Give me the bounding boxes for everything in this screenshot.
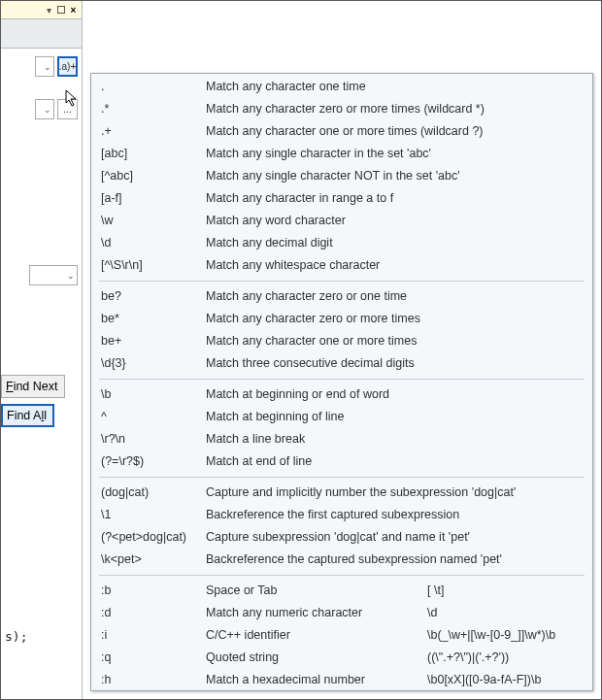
regex-description: Match any whitespace character [206, 256, 583, 275]
find-all-label: Find All [7, 409, 47, 422]
regex-menu-item[interactable]: .*Match any character zero or more times… [91, 98, 592, 120]
regex-description: Match any character one or more times [206, 332, 583, 350]
close-icon[interactable]: × [67, 4, 80, 17]
regex-description: Match any character one or more times (w… [206, 122, 583, 141]
regex-description: Match any character zero or more times (… [206, 100, 583, 118]
regex-pattern: .+ [101, 122, 206, 141]
find-what-row: ⌄ .a)+ [1, 56, 78, 77]
regex-menu-item[interactable]: :hMatch a hexadecimal number\b0[xX]([0-9… [91, 669, 592, 691]
chevron-down-icon: ⌄ [44, 105, 51, 115]
find-next-row: Find Next [1, 375, 83, 398]
regex-equivalent: \d [427, 604, 583, 622]
regex-pattern: \r?\n [101, 430, 206, 449]
regex-pattern: .* [101, 100, 206, 118]
regex-menu-item[interactable]: .+Match any character one or more times … [91, 120, 592, 143]
separator [99, 477, 585, 478]
chevron-down-icon: ⌄ [44, 62, 51, 72]
regex-pattern: (?=\r?$) [101, 452, 206, 471]
regex-description: Match at beginning or end of word [206, 385, 583, 404]
regex-menu-item[interactable]: :dMatch any numeric character\d [91, 602, 592, 624]
regex-description: Match any word character [206, 212, 583, 230]
separator [99, 575, 585, 576]
regex-description: Match at end of line [206, 452, 583, 471]
regex-description: Match any character zero or more times [206, 310, 583, 328]
regex-description: Match any decimal digit [206, 234, 583, 252]
regex-menu-item[interactable]: be?Match any character zero or one time [91, 285, 592, 308]
regex-equivalent: \b(_\w+|[\w-[0-9_]]\w*)\b [427, 626, 583, 645]
regex-menu-item[interactable]: :bSpace or Tab[ \t] [91, 580, 592, 602]
regex-pattern: [^abc] [101, 167, 206, 185]
look-in-row: ⌄ [1, 265, 78, 285]
regex-menu-item[interactable]: ^Match at beginning of line [91, 406, 592, 428]
regex-menu-item[interactable]: \wMatch any word character [91, 210, 592, 232]
regex-description: Match a line break [206, 430, 583, 449]
regex-menu-item[interactable]: :iC/C++ identifier\b(_\w+|[\w-[0-9_]]\w*… [91, 624, 592, 647]
regex-description: Match a hexadecimal number [206, 671, 427, 689]
regex-menu-item[interactable]: \bMatch at beginning or end of word [91, 383, 592, 406]
regex-pattern: \d{3} [101, 354, 206, 373]
regex-description: Backreference the first captured subexpr… [206, 506, 583, 524]
regex-menu-item[interactable]: \k<pet>Backreference the captured subexp… [91, 549, 592, 571]
browse-button[interactable]: ... [57, 99, 78, 119]
regex-menu-item[interactable]: be*Match any character zero or more time… [91, 308, 592, 330]
find-next-button[interactable]: Find Next [1, 375, 65, 398]
browse-label: ... [63, 104, 71, 115]
regex-pattern: be? [101, 287, 206, 306]
find-all-row: Find All [1, 404, 83, 427]
regex-pattern: \k<pet> [101, 550, 206, 569]
regex-pattern: [abc] [101, 145, 206, 163]
regex-pattern: :h [101, 671, 206, 689]
dropdown-icon[interactable]: ▾ [43, 4, 55, 17]
separator [99, 281, 585, 282]
regex-menu-item[interactable]: :qQuoted string((\".+?\")|('.+?')) [91, 647, 592, 669]
regex-description: Match any character one time [206, 78, 583, 96]
separator [99, 379, 585, 380]
regex-menu-item[interactable]: [^\S\r\n]Match any whitespace character [91, 254, 592, 277]
regex-pattern: be+ [101, 332, 206, 350]
regex-builder-label: .a)+ [59, 61, 77, 72]
regex-pattern: . [101, 78, 206, 96]
regex-builder-button[interactable]: .a)+ [57, 56, 78, 77]
look-in-combo[interactable]: ⌄ [29, 265, 78, 285]
regex-description: Match any single character NOT in the se… [206, 167, 583, 185]
regex-description: Match any character in range a to f [206, 189, 583, 208]
find-dialog-panel: ⌄ .a)+ ⌄ ... ⌄ Find Next Find All s); [1, 49, 83, 699]
titlebar: ▾ × [1, 1, 83, 19]
replace-with-row: ⌄ ... [1, 99, 78, 119]
regex-menu-item[interactable]: (dog|cat)Capture and implicitly number t… [91, 482, 592, 504]
regex-menu-item[interactable]: \dMatch any decimal digit [91, 232, 592, 254]
find-all-button[interactable]: Find All [1, 404, 54, 427]
regex-description: Match at beginning of line [206, 408, 583, 426]
regex-menu-item[interactable]: be+Match any character one or more times [91, 330, 592, 352]
regex-description: Match any single character in the set 'a… [206, 145, 583, 163]
regex-description: Match any numeric character [206, 604, 427, 622]
regex-equivalent: ((\".+?\")|('.+?')) [427, 649, 583, 667]
regex-pattern: [^\S\r\n] [101, 256, 206, 275]
regex-menu-item[interactable]: \r?\nMatch a line break [91, 428, 592, 450]
regex-help-popup: .Match any character one time.*Match any… [90, 73, 593, 691]
regex-menu-item[interactable]: [abc]Match any single character in the s… [91, 143, 592, 165]
regex-pattern: \b [101, 385, 206, 404]
regex-menu-item[interactable]: \1Backreference the first captured subex… [91, 504, 592, 526]
regex-menu-item[interactable]: .Match any character one time [91, 76, 592, 98]
regex-pattern: :b [101, 582, 206, 600]
regex-description: Capture and implicitly number the subexp… [206, 483, 583, 502]
regex-equivalent: [ \t] [427, 582, 583, 600]
maximize-icon[interactable] [57, 6, 65, 14]
regex-menu-item[interactable]: (?<pet>dog|cat)Capture subexpression 'do… [91, 526, 592, 549]
regex-menu-item[interactable]: (?=\r?$)Match at end of line [91, 450, 592, 473]
regex-pattern: \d [101, 234, 206, 252]
regex-pattern: :i [101, 626, 206, 645]
regex-description: Quoted string [206, 649, 427, 667]
find-what-combo[interactable]: ⌄ [35, 56, 54, 77]
regex-description: Match three consecutive decimal digits [206, 354, 583, 373]
regex-pattern: [a-f] [101, 189, 206, 208]
regex-menu-item[interactable]: \d{3}Match three consecutive decimal dig… [91, 352, 592, 375]
toolbar-strip [1, 19, 83, 49]
regex-menu-item[interactable]: [a-f]Match any character in range a to f [91, 187, 592, 210]
regex-description: Space or Tab [206, 582, 427, 600]
replace-with-combo[interactable]: ⌄ [35, 99, 54, 119]
regex-pattern: :d [101, 604, 206, 622]
regex-menu-item[interactable]: [^abc]Match any single character NOT in … [91, 165, 592, 187]
regex-description: Backreference the captured subexpression… [206, 550, 583, 569]
